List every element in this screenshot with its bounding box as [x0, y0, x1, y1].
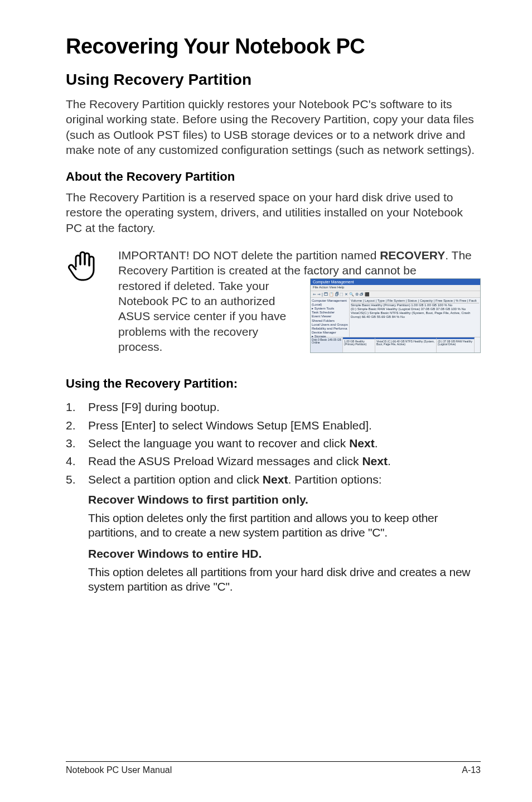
option-2-desc: This option deletes all partitions from … — [88, 565, 481, 595]
callout-text-b: RECOVERY — [380, 249, 445, 262]
callout-text-a: IMPORTANT! DO NOT delete the partition n… — [118, 249, 380, 262]
callout-line2: restored if deleted. Take your Notebook … — [118, 278, 302, 354]
option-1-title: Recover Windows to first partition only. — [88, 491, 481, 508]
thumb-toolbar: ⇐ ⇒ | 🗔 📋 🗐 ⬚ ✕ 🔍 ⚙ 🗗 ⬛ — [311, 291, 480, 298]
important-callout: IMPORTANT! DO NOT delete the partition n… — [66, 248, 481, 354]
step-3: 3.Select the language you want to recove… — [66, 435, 481, 452]
option-2-title: Recover Windows to entire HD. — [88, 545, 481, 562]
thumb-disk-map: Disk 0 Basic 149.05 GB Online 1.00 GB He… — [311, 337, 480, 352]
section-heading-about: About the Recovery Partition — [66, 170, 481, 184]
thumb-tree: Computer Management (Local)▸ System Tool… — [311, 298, 350, 337]
step-1: 1.Press [F9] during bootup. — [66, 399, 481, 416]
thumb-volume-list: Volume | Layout | Type | File System | S… — [350, 298, 480, 337]
steps-heading: Using the Recovery Partition: — [66, 376, 481, 391]
page-title: Recovering Your Notebook PC — [66, 35, 481, 59]
thumb-legend: Unallocated Primary partition Extended p… — [311, 352, 480, 353]
option-1-desc: This option deletes only the first parti… — [88, 511, 481, 540]
thumb-titlebar: Computer Management — [311, 279, 480, 285]
callout-line1: IMPORTANT! DO NOT delete the partition n… — [118, 248, 481, 278]
footer-left: Notebook PC User Manual — [66, 765, 172, 775]
step-5: 5. Select a partition option and click N… — [66, 471, 481, 600]
footer-right: A-13 — [462, 765, 481, 775]
section-para-using: The Recovery Partition quickly restores … — [66, 96, 481, 157]
hand-stop-icon — [66, 248, 106, 286]
step-4: 4.Read the ASUS Preload Wizard messages … — [66, 453, 481, 470]
thumb-menubar: File Action View Help — [311, 285, 480, 291]
page-footer: Notebook PC User Manual A-13 — [66, 761, 481, 775]
section-para-about: The Recovery Partition is a reserved spa… — [66, 190, 481, 235]
step-2: 2.Press [Enter] to select Windows Setup … — [66, 417, 481, 434]
steps-list: 1.Press [F9] during bootup. 2.Press [Ent… — [66, 399, 481, 600]
disk-management-screenshot: Computer Management File Action View Hel… — [310, 278, 481, 353]
thumb-disk-label: Disk 0 Basic 149.05 GB Online — [311, 337, 343, 352]
section-heading-using: Using Recovery Partition — [66, 71, 481, 89]
